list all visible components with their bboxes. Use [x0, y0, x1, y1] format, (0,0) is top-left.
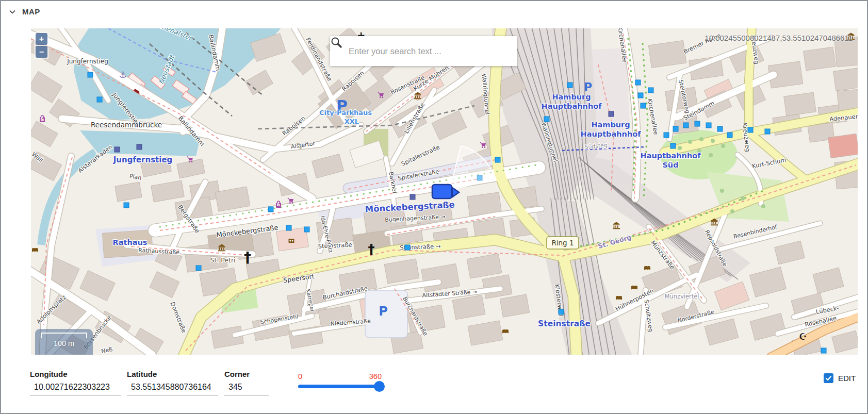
vertex-handle[interactable] — [88, 72, 93, 77]
latitude-input[interactable] — [127, 380, 218, 395]
svg-text:⚓: ⚓ — [119, 70, 126, 80]
slider-thumb[interactable] — [374, 381, 385, 392]
mosque-icon: ☪ — [799, 331, 807, 342]
corner-input[interactable] — [224, 380, 269, 395]
zoom-control: + − — [34, 31, 49, 59]
station-square-marker — [137, 144, 142, 150]
library-icon — [616, 296, 622, 300]
svg-text:P: P — [584, 80, 592, 93]
svg-text:P: P — [379, 304, 388, 319]
map-coordinates-readout: 10.002455008021487,53.55102470486611 — [705, 34, 853, 42]
svg-text:Ring 1: Ring 1 — [551, 239, 574, 247]
zoom-in-button[interactable]: + — [36, 33, 47, 45]
map-label: Hauptbahnhof — [641, 152, 701, 160]
zoom-out-button[interactable]: − — [36, 46, 47, 58]
vertex-handle[interactable] — [196, 266, 201, 271]
vertex-handle[interactable] — [765, 129, 770, 134]
edit-checkbox[interactable] — [824, 373, 833, 383]
church-cross-icon: † — [244, 249, 251, 266]
road-shield-ring1: Ring 1 — [547, 237, 579, 249]
map-label: Süd — [662, 161, 678, 169]
longitude-input[interactable] — [30, 380, 121, 395]
station-square-marker — [114, 147, 120, 152]
vertex-handle[interactable] — [635, 80, 641, 85]
map-label: Rathaus — [113, 238, 148, 246]
scale-text: 100 m — [35, 339, 93, 347]
library-icon — [644, 266, 650, 270]
map-label: Hauptbahnhof — [542, 102, 602, 110]
check-icon — [825, 375, 832, 382]
svg-text:†: † — [244, 249, 251, 266]
vertex-handle[interactable] — [670, 143, 676, 148]
svg-text:&: & — [41, 117, 44, 122]
corner-slider[interactable]: 0 360 — [298, 372, 383, 395]
vertex-handle[interactable] — [286, 225, 291, 230]
map-label: XXL — [345, 118, 359, 125]
vertex-handle[interactable] — [664, 133, 669, 138]
station-square-marker — [609, 111, 614, 117]
edit-toggle: EDIT — [824, 373, 856, 383]
map-label: Hauptbahnhof — [581, 130, 642, 138]
map-canvas[interactable]: &&††+☪PPP⚓ Ring 1 JungfernstiegJungferns… — [31, 28, 858, 355]
vertex-handle[interactable] — [268, 207, 273, 212]
vertex-handle[interactable] — [673, 126, 678, 131]
vertex-handle[interactable] — [821, 348, 826, 353]
slider-track[interactable] — [298, 385, 383, 388]
map-label: Hamburg — [591, 121, 630, 129]
library-icon — [502, 329, 509, 333]
vertex-handle[interactable] — [648, 88, 653, 93]
vertex-handle[interactable] — [567, 82, 572, 88]
vertex-handle[interactable] — [641, 103, 646, 108]
vertex-handle[interactable] — [124, 203, 129, 208]
map-label: Jungfernstieg — [67, 58, 108, 65]
map-label: Münzviertel — [664, 293, 699, 300]
search-input[interactable] — [348, 46, 499, 57]
scale-line — [41, 333, 87, 338]
map-section-header[interactable]: MAP — [9, 7, 40, 16]
vertex-handle[interactable] — [495, 157, 500, 162]
station-square-marker — [410, 194, 415, 200]
svg-text:&: & — [277, 203, 281, 207]
vertex-handle[interactable] — [695, 121, 700, 126]
svg-text:☪: ☪ — [799, 331, 807, 342]
camera-marker[interactable] — [432, 185, 452, 198]
cinema-icon — [289, 239, 294, 243]
map-label: St. Petri — [210, 256, 235, 264]
vertex-handle[interactable] — [544, 117, 549, 122]
parking-icon: P — [584, 80, 592, 93]
vertex-handle[interactable] — [683, 123, 689, 128]
vertex-handle[interactable] — [304, 227, 309, 232]
svg-text:†: † — [368, 242, 375, 257]
map-label: Jungfernstieg — [113, 155, 173, 164]
corner-label: Corner — [224, 370, 250, 378]
vertex-handle[interactable] — [559, 309, 564, 314]
slider-max-label: 360 — [369, 372, 382, 380]
vertex-handle[interactable] — [717, 126, 723, 131]
church-cross-icon: † — [368, 242, 375, 257]
library-icon — [631, 286, 637, 289]
vertex-handle[interactable] — [748, 127, 753, 133]
vertex-handle[interactable] — [405, 245, 410, 250]
longitude-label: Longitude — [30, 370, 67, 378]
edit-label: EDIT — [838, 374, 856, 383]
scale-bar: 100 m — [35, 329, 93, 355]
slider-fill — [298, 385, 379, 388]
latitude-label: Latitude — [127, 370, 157, 378]
vertex-handle[interactable] — [727, 133, 732, 138]
vertex-handle[interactable] — [638, 93, 643, 98]
map-label: Steinstraße — [538, 319, 591, 328]
anchor-icon: ⚓ — [119, 70, 126, 80]
map-label: City-Parkhaus — [319, 109, 372, 117]
slider-min-label: 0 — [298, 372, 302, 380]
chevron-down-icon — [9, 8, 16, 15]
map-label: Reesendammbrücke — [91, 121, 162, 129]
section-title: MAP — [22, 7, 40, 16]
parking-icon: P — [379, 304, 388, 319]
library-icon — [32, 248, 38, 252]
vertex-handle[interactable] — [97, 97, 102, 102]
map-label: Hamburg — [552, 93, 591, 101]
map-search[interactable] — [330, 36, 517, 66]
vertex-handle[interactable] — [706, 123, 711, 128]
